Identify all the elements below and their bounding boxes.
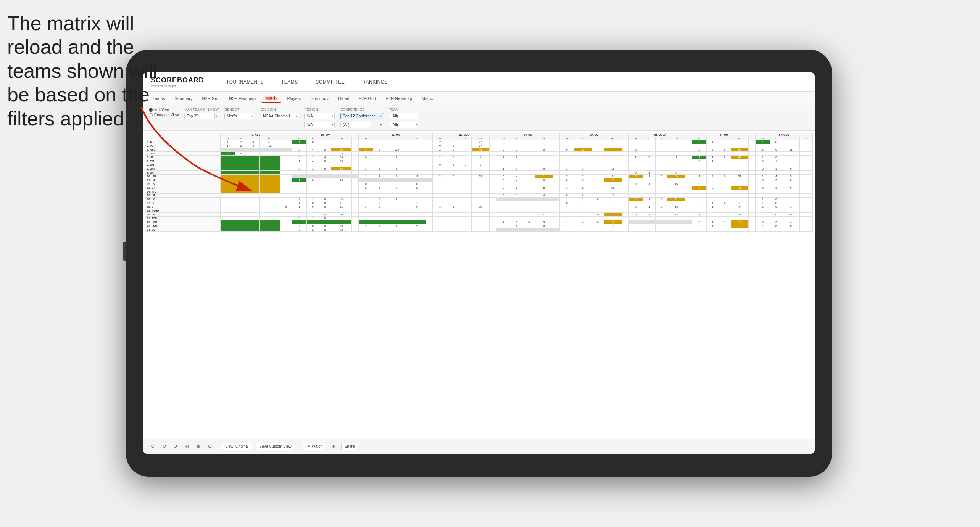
toolbar-separator2 bbox=[299, 443, 299, 450]
cell-r5-c33 bbox=[667, 159, 685, 163]
cell-r17-c24 bbox=[553, 205, 560, 209]
cell-r17-c28 bbox=[604, 205, 622, 209]
cell-r5-c22 bbox=[523, 159, 535, 163]
cell-r8-c3 bbox=[259, 171, 280, 175]
nav-teams[interactable]: TEAMS bbox=[278, 77, 301, 87]
max-teams-select[interactable]: Top 25 Top 50 All bbox=[184, 113, 215, 119]
cell-r2-c43 bbox=[800, 148, 813, 152]
cell-r23-c15 bbox=[433, 228, 447, 232]
table-row: 9. UA010 bbox=[145, 171, 813, 175]
cell-r4-c36: 1 bbox=[707, 156, 719, 159]
cell-r22-c20: 0 bbox=[496, 224, 511, 228]
cell-r9-c4 bbox=[280, 175, 292, 178]
col-header-ucla: 31. UCLA bbox=[629, 133, 692, 137]
cell-r8-c40 bbox=[756, 171, 770, 175]
sub-nav-h2h-heatmap2[interactable]: H2H Heatmap bbox=[382, 95, 416, 102]
cell-r21-c2 bbox=[247, 220, 260, 224]
sub-nav-h2h-grid2[interactable]: H2H Grid bbox=[355, 95, 380, 102]
cell-r4-c27 bbox=[592, 156, 604, 159]
cell-r17-c17 bbox=[459, 205, 472, 209]
nav-rankings[interactable]: RANKINGS bbox=[359, 77, 391, 87]
cell-r1-c5 bbox=[292, 144, 306, 148]
sub-nav-matrix2[interactable]: Matrix bbox=[418, 95, 437, 102]
cell-r10-c42: 0 bbox=[782, 178, 800, 182]
tablet-side-button[interactable] bbox=[123, 242, 126, 261]
cell-r1-c34 bbox=[685, 144, 692, 148]
conference-select[interactable]: Pac-12 Conference (All) bbox=[340, 113, 383, 119]
cell-r2-c5: 0 bbox=[292, 148, 306, 152]
undo-icon[interactable]: ↺ bbox=[149, 443, 156, 450]
matrix-content[interactable]: 3. ASU 10. UW 11. UA 22. UCB 24. UO 27. … bbox=[143, 131, 815, 439]
cell-r17-c20 bbox=[496, 205, 511, 209]
division-select[interactable]: NCAA Division I NCAA Division II bbox=[261, 113, 298, 119]
cell-r8-c12 bbox=[385, 171, 408, 175]
cell-r10-c27 bbox=[592, 178, 604, 182]
sub-nav-summary2[interactable]: Summary bbox=[307, 95, 332, 102]
sub-nav-matrix[interactable]: Matrix bbox=[261, 94, 281, 103]
cell-r13-c10 bbox=[359, 190, 373, 194]
cell-r1-c24 bbox=[553, 144, 560, 148]
cell-r19-c6: 1 bbox=[307, 213, 319, 217]
cell-r3-c7 bbox=[319, 152, 331, 156]
cell-r7-c3 bbox=[259, 167, 280, 171]
redo-icon[interactable]: ↻ bbox=[160, 443, 168, 450]
cell-r0-c11 bbox=[373, 140, 385, 144]
cell-r10-c0 bbox=[220, 178, 235, 182]
nav-tournaments[interactable]: TOURNAMENTS bbox=[223, 77, 267, 87]
cell-r4-c21: 0 bbox=[511, 156, 523, 159]
cell-r4-c28 bbox=[604, 156, 622, 159]
zoom-in-icon[interactable]: ⊕ bbox=[195, 443, 202, 450]
cell-r10-c25: 0 bbox=[560, 178, 574, 182]
cell-r4-c4 bbox=[280, 156, 292, 159]
row-header-0: 1. AU bbox=[145, 140, 221, 144]
cell-r6-c3 bbox=[259, 163, 280, 167]
cell-r23-c11 bbox=[373, 228, 385, 232]
grid-icon[interactable]: ⊞ bbox=[330, 443, 337, 450]
team-select[interactable]: (All) bbox=[389, 113, 419, 119]
cell-r19-c14 bbox=[426, 213, 433, 217]
cell-r17-c23 bbox=[535, 205, 553, 209]
cell-r18-c12 bbox=[385, 209, 408, 213]
cell-r19-c20: 0 bbox=[496, 213, 511, 217]
sub-nav-detail[interactable]: Detail bbox=[334, 95, 353, 102]
cell-r5-c3 bbox=[259, 159, 280, 163]
watch-button[interactable]: 👁 Watch bbox=[303, 443, 326, 450]
cell-r8-c0 bbox=[220, 171, 235, 175]
cell-r3-c25 bbox=[560, 152, 574, 156]
nav-committee[interactable]: COMMITTEE bbox=[313, 77, 348, 87]
save-custom-button[interactable]: Save Custom View bbox=[256, 443, 295, 450]
region-select[interactable]: N/A bbox=[304, 113, 335, 119]
cell-r20-c9 bbox=[352, 217, 359, 220]
conf-all-select[interactable]: (All) bbox=[340, 122, 371, 128]
cell-r10-c18 bbox=[472, 178, 490, 182]
refresh-icon[interactable]: ⟳ bbox=[172, 443, 179, 450]
sub-nav-h2h-grid[interactable]: H2H Grid bbox=[198, 95, 223, 102]
cell-r12-c37 bbox=[719, 186, 731, 190]
col-header-uw: 10. UW bbox=[292, 133, 358, 137]
team-all-select[interactable]: (All) bbox=[389, 122, 419, 128]
cell-r17-c8: 11 bbox=[331, 205, 351, 209]
share-button[interactable]: Share bbox=[341, 443, 358, 450]
cell-r5-c20 bbox=[496, 159, 511, 163]
cell-r10-c29 bbox=[622, 178, 629, 182]
cell-r4-c11: 1 bbox=[373, 156, 385, 159]
cell-r14-c22 bbox=[523, 194, 535, 198]
cell-r9-c40: 1 bbox=[756, 175, 770, 178]
cell-r15-c39 bbox=[749, 198, 756, 201]
settings-icon[interactable]: ⚙ bbox=[206, 443, 214, 450]
cell-r3-c29 bbox=[622, 152, 629, 156]
region-select2[interactable]: N/A bbox=[304, 122, 335, 128]
view-original-button[interactable]: View: Original bbox=[222, 443, 252, 450]
gender-select[interactable]: Men's Women's bbox=[224, 113, 255, 119]
cell-r21-c27: 0 bbox=[592, 220, 604, 224]
cell-r4-c14 bbox=[426, 156, 433, 159]
sub-nav-h2h-heatmap[interactable]: H2H Heatmap bbox=[225, 95, 260, 102]
cell-r0-c6: 0 bbox=[307, 140, 319, 144]
cell-r23-c22 bbox=[523, 228, 535, 232]
cell-r23-c0 bbox=[220, 228, 235, 232]
zoom-out-icon[interactable]: ⊖ bbox=[183, 443, 191, 450]
cell-r3-c12 bbox=[385, 152, 408, 156]
sub-nav-summary[interactable]: Summary bbox=[171, 95, 196, 102]
cell-r10-c24 bbox=[553, 178, 560, 182]
sub-nav-players[interactable]: Players bbox=[283, 95, 305, 102]
